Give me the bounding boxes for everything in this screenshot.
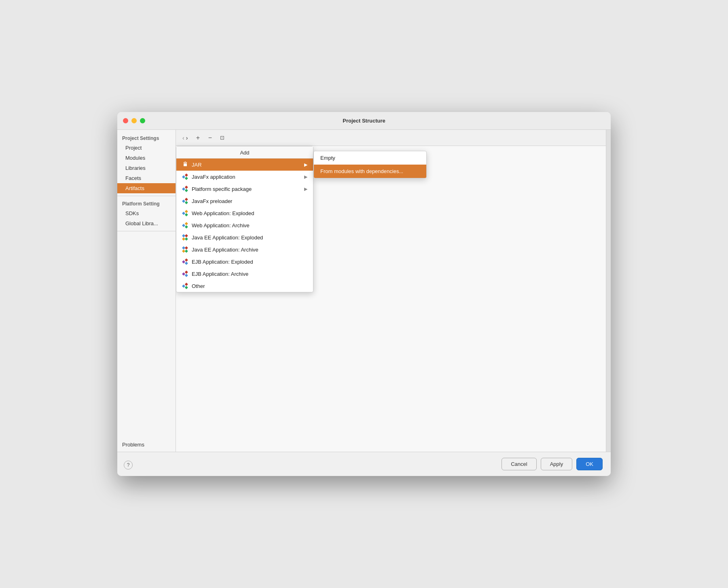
ejb-exploded-icon (182, 258, 188, 265)
svg-rect-2 (184, 161, 186, 162)
jar-icon (182, 161, 188, 168)
sidebar-item-facets[interactable]: Facets (117, 173, 176, 183)
submenu-arrow-3: ▶ (304, 186, 307, 192)
dropdown-header: Add (176, 146, 313, 159)
sidebar-item-sdks[interactable]: SDKs (117, 208, 176, 218)
javaee-exploded-icon (182, 234, 188, 241)
svg-rect-9 (182, 200, 185, 203)
menu-item-javafx-app[interactable]: JavaFx application ▶ (176, 171, 313, 183)
svg-rect-6 (182, 188, 185, 191)
jar-submenu: Empty From modules with dependencies... (313, 151, 427, 178)
sidebar-divider-2 (117, 231, 176, 231)
platform-settings-header: Platform Setting (117, 199, 176, 208)
svg-rect-32 (182, 285, 185, 288)
svg-rect-23 (185, 246, 188, 250)
remove-button[interactable]: − (205, 133, 215, 143)
sidebar-item-modules[interactable]: Modules (117, 153, 176, 163)
menu-item-other[interactable]: Other (176, 280, 313, 292)
menu-item-javaee-archive[interactable]: Java EE Application: Archive (176, 243, 313, 256)
svg-rect-34 (185, 286, 188, 289)
platform-package-icon (182, 186, 188, 192)
svg-rect-0 (183, 162, 187, 166)
svg-rect-28 (185, 262, 188, 265)
sidebar-divider (117, 196, 176, 196)
svg-rect-31 (185, 274, 188, 277)
svg-rect-17 (185, 225, 188, 228)
submenu-arrow-2: ▶ (304, 174, 307, 180)
svg-rect-21 (185, 237, 188, 241)
svg-rect-15 (182, 224, 185, 227)
svg-rect-25 (185, 250, 188, 253)
svg-rect-8 (185, 189, 188, 192)
menu-item-ejb-archive[interactable]: EJB Application: Archive (176, 268, 313, 280)
menu-item-ejb-exploded[interactable]: EJB Application: Exploded (176, 256, 313, 268)
svg-rect-20 (182, 237, 185, 241)
javafx-preloader-icon (182, 198, 188, 204)
ok-button[interactable]: OK (576, 458, 603, 470)
svg-rect-33 (185, 283, 188, 286)
svg-rect-5 (185, 177, 188, 180)
sidebar-item-problems[interactable]: Problems (117, 439, 176, 452)
apply-button[interactable]: Apply (541, 458, 573, 470)
javaee-archive-icon (182, 246, 188, 253)
web-archive-icon (182, 222, 188, 228)
sidebar-item-global-libraries[interactable]: Global Libra... (117, 218, 176, 228)
menu-item-platform-package[interactable]: Platform specific package ▶ (176, 183, 313, 195)
sidebar-item-artifacts[interactable]: Artifacts (117, 183, 176, 193)
svg-rect-13 (185, 210, 188, 213)
svg-rect-3 (182, 176, 185, 179)
svg-rect-22 (182, 246, 185, 250)
svg-rect-26 (182, 260, 185, 264)
other-icon (182, 283, 188, 289)
menu-item-jar[interactable]: JAR ▶ (176, 159, 313, 171)
sidebar-item-project[interactable]: Project (117, 143, 176, 153)
web-exploded-icon (182, 210, 188, 216)
svg-rect-30 (185, 271, 188, 274)
nav-arrows: ‹ › (179, 133, 191, 143)
add-dropdown-menu: Add JAR ▶ (176, 146, 313, 292)
project-structure-window: Project Structure Project Settings Proje… (117, 112, 611, 476)
svg-rect-27 (185, 258, 188, 262)
window-controls (123, 118, 145, 123)
svg-rect-16 (185, 222, 188, 225)
ejb-archive-icon (182, 271, 188, 277)
svg-rect-10 (185, 198, 188, 201)
project-settings-header: Project Settings (117, 133, 176, 143)
main-layout: Project Settings Project Modules Librari… (117, 130, 611, 452)
forward-button[interactable]: › (186, 135, 188, 141)
content-wrapper: ‹ › + − ⊡ Add (176, 130, 606, 452)
menu-item-javaee-exploded[interactable]: Java EE Application: Exploded (176, 231, 313, 243)
submenu-arrow: ▶ (304, 162, 307, 167)
add-button[interactable]: + (193, 133, 203, 143)
svg-rect-7 (185, 186, 188, 189)
right-scrollbar[interactable] (606, 130, 611, 452)
toolbar: ‹ › + − ⊡ Add (176, 130, 606, 146)
sidebar: Project Settings Project Modules Librari… (117, 130, 176, 452)
svg-rect-29 (182, 273, 185, 276)
svg-rect-14 (185, 213, 188, 216)
window-title: Project Structure (343, 118, 385, 124)
menu-item-web-archive[interactable]: Web Application: Archive (176, 219, 313, 231)
bottom-bar: Cancel Apply OK (117, 452, 611, 476)
cancel-button[interactable]: Cancel (502, 458, 536, 470)
close-button[interactable] (123, 118, 128, 123)
javafx-app-icon (182, 173, 188, 180)
svg-rect-4 (185, 173, 188, 177)
svg-rect-19 (185, 234, 188, 237)
titlebar: Project Structure (117, 112, 611, 130)
minimize-button[interactable] (131, 118, 137, 123)
back-button[interactable]: ‹ (182, 135, 184, 141)
submenu-item-empty[interactable]: Empty (314, 151, 426, 165)
svg-rect-24 (182, 250, 185, 253)
menu-item-web-exploded[interactable]: Web Application: Exploded (176, 207, 313, 219)
svg-rect-1 (183, 163, 187, 163)
svg-rect-18 (182, 234, 185, 237)
submenu-item-from-modules[interactable]: From modules with dependencies... (314, 165, 426, 178)
menu-item-javafx-preloader[interactable]: JavaFx preloader (176, 195, 313, 207)
sidebar-item-libraries[interactable]: Libraries (117, 163, 176, 173)
maximize-button[interactable] (140, 118, 145, 123)
svg-rect-12 (182, 212, 185, 215)
help-button[interactable]: ? (124, 461, 133, 470)
svg-rect-11 (185, 201, 188, 204)
copy-button[interactable]: ⊡ (217, 133, 227, 143)
